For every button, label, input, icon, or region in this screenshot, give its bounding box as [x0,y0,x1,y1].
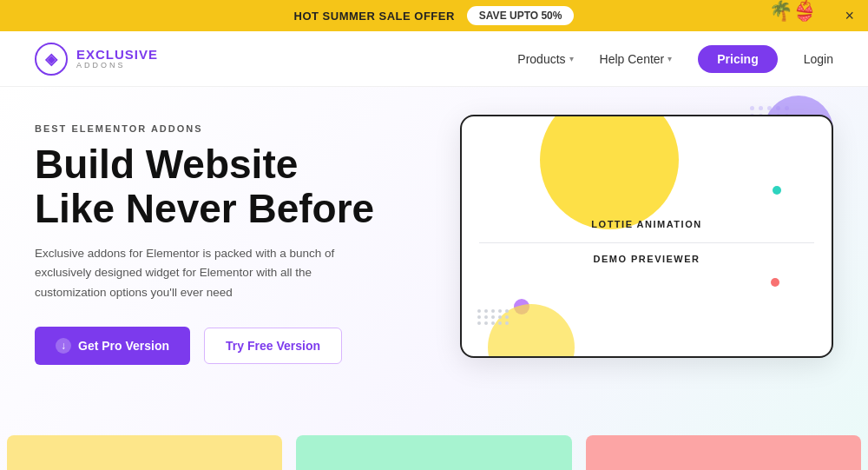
hero-section: BEST ELEMENTOR ADDONS Build Website Like… [0,87,868,470]
chevron-down-icon: ▾ [667,54,672,63]
nav-products[interactable]: Products ▾ [517,52,573,66]
bar-pink [586,435,861,470]
demo-dot-sm [477,321,481,325]
navbar: ◈ EXCLUSIVE ADDONS Products ▾ Help Cente… [0,31,868,87]
logo-name: EXCLUSIVE [76,48,158,61]
demo-dot-sm [484,321,488,325]
dot [759,106,763,110]
banner-sale-button[interactable]: SAVE UPTO 50% [467,6,575,25]
nav-helpcenter[interactable]: Help Center ▾ [600,52,673,66]
download-icon: ↓ [56,338,71,354]
pricing-button[interactable]: Pricing [698,45,777,73]
demo-dot-sm [484,309,488,313]
demo-dot-sm [498,321,502,325]
top-banner: HOT SUMMER SALE OFFER SAVE UPTO 50% 🌴👙 × [0,0,868,31]
logo-sub: ADDONS [76,61,158,70]
bar-cyan [296,435,571,470]
demo-circle-yellow [540,115,679,229]
banner-close-button[interactable]: × [845,7,854,25]
bottom-bars [0,435,868,470]
demo-previewer-label: DEMO PREVIEWER [593,254,700,264]
demo-dot-sm [491,309,495,313]
demo-dot-sm [491,321,495,325]
hero-left: BEST ELEMENTOR ADDONS Build Website Like… [35,115,434,365]
logo-icon: ◈ [35,43,68,76]
dot [750,106,754,110]
hero-title: Build Website Like Never Before [35,142,434,230]
demo-dot-sm [498,315,502,319]
hero-subtitle: BEST ELEMENTOR ADDONS [35,123,434,134]
banner-text: HOT SUMMER SALE OFFER [294,10,455,23]
demo-dot-red [771,278,779,287]
hero-right: LOTTIE ANIMATION DEMO PREVIEWER [434,115,833,358]
login-link[interactable]: Login [804,52,833,66]
chevron-down-icon: ▾ [569,54,574,63]
hero-title-line2: Like Never Before [35,186,374,231]
hero-description: Exclusive addons for Elementor is packed… [35,244,347,302]
bar-yellow [7,435,282,470]
logo-text: EXCLUSIVE ADDONS [76,48,158,70]
demo-dot-sm [505,321,509,325]
demo-dot-sm [477,315,481,319]
hero-buttons: ↓ Get Pro Version Try Free Version [35,327,434,365]
demo-divider [479,242,814,243]
hero-title-line1: Build Website [35,142,298,187]
demo-dot-sm [498,309,502,313]
demo-lottie-label: LOTTIE ANIMATION [591,219,701,229]
nav-links: Products ▾ Help Center ▾ Pricing Login [517,45,833,73]
demo-dot-sm [484,315,488,319]
demo-dot-sm [505,315,509,319]
demo-dot-teal [773,186,781,195]
try-free-button[interactable]: Try Free Version [204,328,342,364]
demo-card: LOTTIE ANIMATION DEMO PREVIEWER [460,115,833,358]
banner-emoji-icon: 🌴👙 [769,2,816,21]
get-pro-button[interactable]: ↓ Get Pro Version [35,327,190,365]
demo-dots-grid [477,309,510,325]
demo-dot-sm [491,315,495,319]
demo-dot-sm [505,309,509,313]
demo-dot-sm [477,309,481,313]
logo[interactable]: ◈ EXCLUSIVE ADDONS [35,43,158,76]
